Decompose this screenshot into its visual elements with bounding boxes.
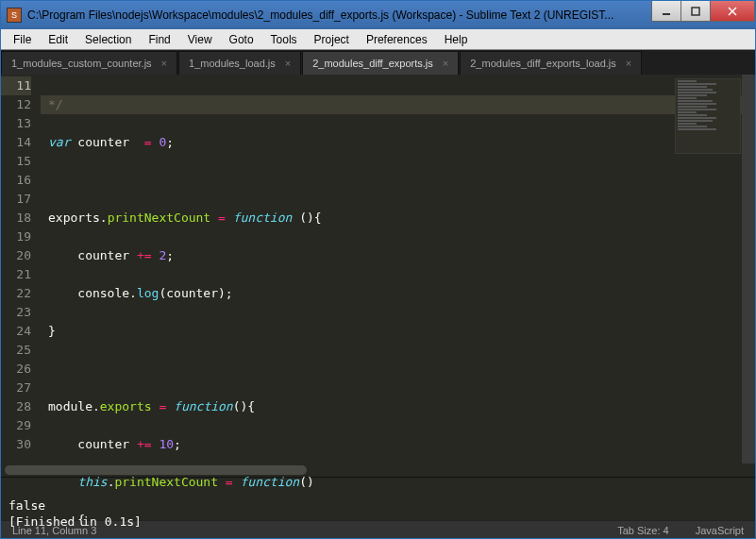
- close-button[interactable]: [710, 1, 755, 22]
- menu-tools[interactable]: Tools: [262, 31, 306, 48]
- window-controls: [652, 1, 755, 22]
- tab-file-1[interactable]: 1_modules_custom_counter.js×: [1, 51, 177, 75]
- app-icon: S: [7, 8, 22, 23]
- minimize-button[interactable]: [651, 1, 681, 22]
- menu-selection[interactable]: Selection: [76, 31, 140, 48]
- menu-bar: File Edit Selection Find View Goto Tools…: [1, 29, 755, 50]
- menu-goto[interactable]: Goto: [221, 31, 262, 48]
- line-number-gutter[interactable]: 1112131415161718192021222324252627282930: [1, 75, 41, 463]
- close-icon[interactable]: ×: [443, 58, 448, 69]
- minimap[interactable]: [675, 78, 741, 154]
- close-icon[interactable]: ×: [626, 58, 631, 69]
- maximize-button[interactable]: [680, 1, 711, 22]
- tab-bar: 1_modules_custom_counter.js× 1_modules_l…: [1, 50, 755, 75]
- svg-rect-1: [692, 8, 699, 15]
- code-area[interactable]: */ var counter = 0; exports.printNextCou…: [41, 75, 742, 463]
- window-title: C:\Program Files\nodejs\Workspace\module…: [27, 8, 652, 22]
- close-icon[interactable]: ×: [161, 58, 167, 69]
- menu-file[interactable]: File: [5, 31, 40, 48]
- menu-help[interactable]: Help: [436, 31, 477, 48]
- menu-view[interactable]: View: [179, 31, 221, 48]
- vertical-scrollbar[interactable]: [742, 75, 755, 463]
- tab-file-3[interactable]: 2_modules_diff_exports.js×: [302, 51, 459, 75]
- window-titlebar: S C:\Program Files\nodejs\Workspace\modu…: [1, 1, 755, 29]
- close-icon[interactable]: ×: [285, 58, 291, 69]
- horizontal-scrollbar[interactable]: [1, 463, 755, 477]
- menu-edit[interactable]: Edit: [40, 31, 76, 48]
- scrollbar-thumb[interactable]: [5, 465, 307, 475]
- menu-project[interactable]: Project: [306, 31, 358, 48]
- menu-preferences[interactable]: Preferences: [358, 31, 436, 48]
- tab-file-4[interactable]: 2_modules_diff_exports_load.js×: [460, 51, 642, 75]
- editor[interactable]: 1112131415161718192021222324252627282930…: [1, 75, 755, 463]
- tab-file-2[interactable]: 1_modules_load.js×: [178, 51, 301, 75]
- menu-find[interactable]: Find: [140, 31, 178, 48]
